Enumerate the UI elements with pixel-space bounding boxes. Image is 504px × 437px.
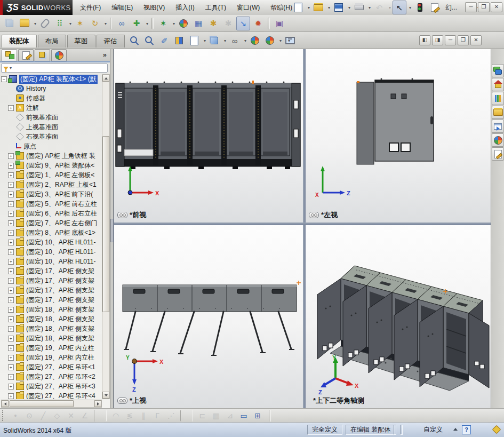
status-tag-icon[interactable] (492, 425, 501, 434)
scroll-down-button[interactable] (102, 392, 109, 399)
edit-appearance-button[interactable] (248, 34, 262, 47)
reference-geometry-button[interactable]: ✶ (156, 17, 170, 30)
view-palette-tab[interactable] (492, 120, 504, 133)
expand-toggle[interactable]: − (1, 76, 7, 82)
expand-toggle[interactable]: + (8, 230, 14, 236)
viewport-front[interactable]: X *前视 (114, 49, 303, 223)
tree-item[interactable]: + (固定) 18、AP柜 侧支架 (1, 314, 102, 324)
menu-tools[interactable]: 工具(T) (200, 0, 231, 15)
snapshot-button[interactable]: ▣ (273, 17, 286, 30)
tab-layout[interactable]: 布局 (38, 35, 66, 47)
display-manager-tab[interactable] (51, 49, 67, 61)
custom-properties-tab[interactable] (492, 147, 504, 161)
tab-sketch[interactable]: 草图 (67, 35, 95, 47)
tree-item[interactable]: + (固定) 6、AP柜 后右立柱 (1, 209, 102, 218)
tree-item[interactable]: + (固定) 27、AP柜 吊环<3 (1, 382, 102, 391)
tree-item[interactable]: History (1, 84, 102, 93)
expand-toggle[interactable]: + (8, 105, 14, 111)
tree-item[interactable]: + (固定) 7、AP柜 左右侧门 (1, 218, 102, 228)
doc-close-button[interactable]: ✕ (470, 35, 482, 45)
expand-toggle[interactable]: + (8, 192, 14, 197)
expand-toggle[interactable]: + (8, 316, 14, 322)
zoom-area-button[interactable] (142, 34, 156, 47)
line-button[interactable]: ╱ (37, 409, 50, 422)
select-button[interactable]: ↖ (393, 1, 406, 14)
minimize-button[interactable]: ─ (465, 2, 477, 12)
tree-item[interactable]: 原点 (1, 141, 102, 151)
tree-item[interactable]: + (固定) 5、AP柜 前右立柱 (1, 199, 102, 209)
doc-minimize-button[interactable]: ─ (445, 35, 456, 45)
doc-restore-button[interactable]: ❐ (458, 35, 469, 45)
viewport-top[interactable]: Y X Z *上视 (114, 225, 303, 408)
toolbar-grip[interactable] (2, 410, 5, 421)
expand-toggle[interactable]: + (8, 172, 14, 178)
tree-item[interactable]: + (固定) 10、AP柜 HL011- (1, 237, 102, 247)
expand-toggle[interactable]: + (8, 249, 14, 255)
menu-window[interactable]: 窗口(W) (231, 0, 265, 15)
tab-assembly[interactable]: 装配体 (2, 35, 37, 47)
convert-entities-button[interactable]: ◠ (109, 409, 122, 422)
bill-of-materials-button[interactable]: ▦ (191, 17, 205, 30)
tree-item[interactable]: + (固定) 8、AP柜 底板<1> (1, 228, 102, 237)
expand-toggle[interactable]: + (8, 307, 14, 313)
expand-toggle[interactable]: + (8, 182, 14, 188)
corner-rectangle-button[interactable]: Γ (151, 409, 164, 422)
feature-manager-tab[interactable] (2, 49, 17, 61)
expand-toggle[interactable]: + (8, 345, 14, 351)
configuration-manager-tab[interactable] (35, 49, 50, 61)
sketch-fillet-button[interactable]: ∠ (78, 409, 91, 422)
expand-toggle[interactable]: + (8, 288, 14, 293)
pin-menu-icon[interactable] (277, 4, 284, 11)
expand-toggle[interactable]: + (8, 240, 14, 245)
grid-snap-button[interactable]: ▦ (210, 409, 222, 422)
expand-toggle[interactable]: + (8, 393, 14, 399)
tree-item[interactable]: + (固定) 2、RAP柜 上板<1 (1, 180, 102, 189)
tree-item[interactable]: + (固定) 17、AP柜 侧支架 (1, 266, 102, 276)
expand-toggle[interactable]: + (8, 364, 14, 370)
expand-toggle[interactable]: + (8, 259, 14, 265)
view-orientation-button[interactable] (207, 34, 221, 47)
expand-toggle[interactable]: + (8, 384, 14, 390)
trim-entities-button[interactable]: ✕ (65, 409, 77, 422)
expand-toggle[interactable]: + (8, 336, 14, 341)
viewport-splitter-horizontal[interactable] (114, 223, 491, 225)
solidworks-forum-tab[interactable] (492, 64, 504, 77)
zoom-fit-button[interactable] (127, 34, 141, 47)
status-custom-dropdown[interactable]: 自定义 (409, 425, 458, 435)
tree-item[interactable]: + 注解 (1, 103, 102, 113)
table-button[interactable]: ⊞ (251, 409, 264, 422)
hide-show-items-button[interactable]: ∞ (228, 34, 242, 47)
tree-item[interactable]: + (固定) 27、AP柜 吊环<2 (1, 372, 102, 382)
sketch-point-button[interactable]: • (9, 409, 22, 422)
section-view-button[interactable] (172, 34, 186, 47)
undo-button[interactable]: ↶ (372, 1, 386, 14)
file-properties-button[interactable] (428, 1, 442, 14)
tree-item[interactable]: + (固定) 10、AP柜 HL011- (1, 247, 102, 257)
tree-item[interactable]: + (固定) 3、AP柜 前下沿( (1, 189, 102, 199)
tree-item[interactable]: + (固定) 10、AP柜 HL011- (1, 257, 102, 266)
print-button[interactable] (352, 1, 366, 14)
expand-toggle[interactable]: + (8, 220, 14, 226)
appearances-tab[interactable] (492, 133, 504, 147)
move-component-button[interactable]: ↻ (88, 17, 102, 30)
expand-toggle[interactable]: + (8, 163, 14, 169)
component-pattern-button[interactable]: ⠿ (53, 17, 67, 30)
edit-component-button[interactable] (3, 17, 17, 30)
expand-toggle[interactable]: + (8, 278, 14, 284)
scroll-up-button[interactable] (102, 75, 109, 82)
design-library-tab[interactable] (492, 92, 504, 105)
expand-toggle[interactable]: + (8, 374, 14, 380)
assembly-features-button[interactable]: ✚ (130, 17, 143, 30)
tree-item[interactable]: + (固定) 27、AP柜 吊环<4 (1, 391, 102, 399)
polygon-button[interactable]: ◇ (51, 409, 63, 422)
new-motion-study-button[interactable] (177, 17, 190, 30)
tree-horizontal-scrollbar[interactable] (1, 400, 102, 408)
presentation-button[interactable]: 幻... (443, 1, 460, 14)
tree-item[interactable]: + (固定) 1、AP柜 左侧板< (1, 170, 102, 180)
expand-toggle[interactable]: + (8, 326, 14, 332)
view-settings-button[interactable] (283, 34, 297, 47)
instant3d-button[interactable]: ↘ (236, 17, 250, 30)
circle-button[interactable]: ⊙ (23, 409, 36, 422)
split-right-pane-button[interactable]: ◨ (432, 35, 443, 45)
rapid-sketch-button[interactable]: ▭ (237, 409, 250, 422)
